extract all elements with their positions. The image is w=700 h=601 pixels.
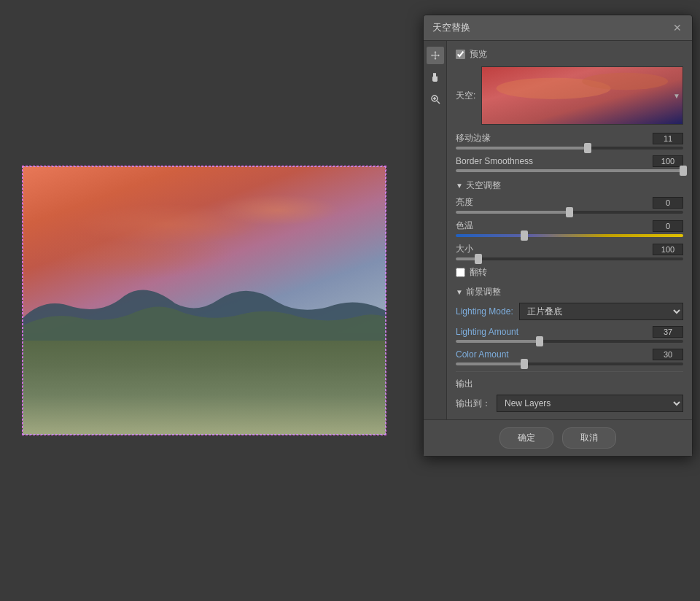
- move-edge-row: 移动边缘 11: [456, 132, 683, 150]
- lighting-amount-fill: [456, 340, 540, 343]
- foreground-adjust-section[interactable]: ▼ 前景调整: [456, 286, 683, 298]
- sky-row: 天空:: [456, 66, 683, 125]
- sky-label: 天空:: [456, 90, 475, 102]
- color-temp-track[interactable]: [456, 234, 683, 237]
- color-temp-thumb[interactable]: [521, 230, 528, 241]
- color-amount-row: Color Amount 30: [456, 349, 683, 365]
- color-amount-thumb[interactable]: [521, 359, 528, 369]
- move-edge-thumb[interactable]: [584, 143, 591, 153]
- flip-label: 翻转: [470, 266, 487, 279]
- lighting-amount-thumb[interactable]: [536, 336, 543, 346]
- color-temp-row: 色温 0: [456, 220, 683, 237]
- close-button[interactable]: ✕: [672, 22, 683, 34]
- dialog-body: 预览 天空:: [424, 41, 692, 419]
- dialog-toolbar: [424, 41, 447, 419]
- color-amount-value[interactable]: 30: [653, 349, 683, 360]
- mountain-svg: [23, 274, 386, 341]
- size-value[interactable]: 100: [653, 244, 683, 255]
- color-amount-track[interactable]: [456, 362, 683, 365]
- mountain-layer: [23, 274, 386, 341]
- border-smoothness-fill: [456, 169, 683, 172]
- sky-thumbnail: [481, 66, 683, 125]
- lighting-mode-label: Lighting Mode:: [456, 306, 513, 317]
- move-edge-value[interactable]: 11: [653, 133, 683, 144]
- sky-adjust-arrow: ▼: [456, 182, 463, 190]
- sky-thumb-svg: [482, 67, 682, 124]
- svg-point-6: [583, 73, 669, 90]
- zoom-icon: [430, 94, 440, 104]
- dialog-title: 天空替换: [432, 21, 470, 34]
- ground-layer: [23, 336, 386, 435]
- lighting-mode-row: Lighting Mode: 正片叠底 滤色 叠加 柔光: [456, 303, 683, 320]
- lighting-mode-select[interactable]: 正片叠底 滤色 叠加 柔光: [519, 303, 683, 320]
- output-section-label: 输出: [456, 378, 683, 390]
- color-temp-value[interactable]: 0: [653, 220, 683, 232]
- border-smoothness-value[interactable]: 100: [653, 155, 683, 167]
- brightness-fill: [456, 211, 569, 214]
- foreground-adjust-arrow: ▼: [456, 288, 463, 296]
- confirm-button[interactable]: 确定: [499, 427, 553, 449]
- brightness-label: 亮度: [456, 196, 473, 209]
- preview-row: 预览: [456, 48, 683, 61]
- svg-line-1: [437, 101, 440, 104]
- canvas-image-wrapper: [22, 166, 386, 435]
- color-temp-label: 色温: [456, 220, 473, 232]
- lighting-amount-value[interactable]: 37: [653, 326, 683, 338]
- brightness-thumb[interactable]: [566, 207, 573, 217]
- output-row: 输出到： New Layers Duplicate Layer Current …: [456, 395, 683, 412]
- flip-row: 翻转: [456, 266, 683, 279]
- zoom-tool-button[interactable]: [427, 90, 444, 108]
- lighting-amount-label: Lighting Amount: [456, 327, 518, 337]
- border-smoothness-track[interactable]: [456, 169, 683, 172]
- cancel-button[interactable]: 取消: [562, 427, 616, 449]
- move-edge-label: 移动边缘: [456, 132, 491, 144]
- brightness-track[interactable]: [456, 211, 683, 214]
- border-smoothness-thumb[interactable]: [680, 166, 687, 176]
- move-icon: [430, 50, 440, 61]
- brightness-value[interactable]: 0: [653, 197, 683, 209]
- move-tool-button[interactable]: [427, 47, 444, 64]
- canvas-image: [23, 166, 386, 435]
- lighting-amount-row: Lighting Amount 37: [456, 326, 683, 343]
- size-track[interactable]: [456, 257, 683, 260]
- sky-replace-dialog: 天空替换 ✕: [423, 15, 693, 457]
- dialog-footer: 确定 取消: [424, 419, 692, 456]
- flip-checkbox[interactable]: [456, 268, 465, 277]
- brightness-row: 亮度 0: [456, 196, 683, 214]
- sky-thumbnail-wrapper[interactable]: ▼: [481, 66, 683, 125]
- border-smoothness-label: Border Smoothness: [456, 156, 533, 166]
- lighting-amount-track[interactable]: [456, 340, 683, 343]
- border-smoothness-row: Border Smoothness 100: [456, 155, 683, 172]
- size-row: 大小 100: [456, 243, 683, 260]
- sky-dropdown-arrow: ▼: [673, 92, 680, 100]
- color-amount-fill: [456, 362, 524, 365]
- foreground-adjust-label: 前景调整: [466, 286, 501, 298]
- size-label: 大小: [456, 243, 473, 255]
- size-thumb[interactable]: [475, 254, 482, 264]
- preview-label: 预览: [470, 48, 487, 61]
- canvas-area: [0, 0, 408, 601]
- preview-checkbox[interactable]: [456, 50, 465, 59]
- sky-adjust-section[interactable]: ▼ 天空调整: [456, 179, 683, 192]
- hand-icon: [430, 72, 440, 82]
- dialog-title-bar: 天空替换 ✕: [424, 15, 692, 41]
- move-edge-track[interactable]: [456, 147, 683, 150]
- color-amount-label: Color Amount: [456, 349, 509, 360]
- output-section: 输出 输出到： New Layers Duplicate Layer Curre…: [456, 371, 683, 412]
- output-to-label: 输出到：: [456, 398, 491, 410]
- move-edge-fill: [456, 147, 588, 150]
- hand-tool-button[interactable]: [427, 69, 444, 86]
- dialog-content: 预览 天空:: [447, 41, 692, 419]
- output-select[interactable]: New Layers Duplicate Layer Current Layer: [497, 395, 683, 412]
- sky-adjust-label: 天空调整: [466, 179, 501, 192]
